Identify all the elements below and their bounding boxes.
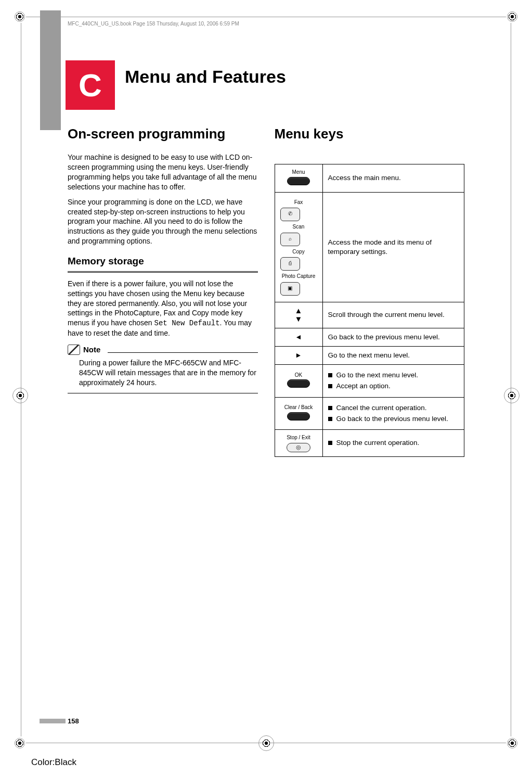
ok-button-icon (287, 379, 310, 388)
note-heading: Note (68, 345, 258, 355)
body-text: Since your programming is done on the LC… (68, 197, 258, 246)
ok-key-label: OK (280, 372, 317, 379)
note-label: Note (83, 345, 100, 355)
crop-mark-icon (504, 388, 520, 403)
up-down-arrow-icon: ▲▼ (280, 307, 317, 324)
color-separation-label: Color:Black (31, 757, 76, 768)
crop-line (21, 23, 21, 736)
key-cell: Menu (275, 164, 322, 193)
fax-mode-icon: ✆ (280, 208, 300, 221)
appendix-letter: C (79, 67, 102, 104)
desc-list: Stop the current operation. (328, 438, 459, 448)
menu-keys-table: Menu Access the main menu. Fax ✆ Scan ⌕ … (275, 164, 465, 457)
list-item: Accept an option. (328, 381, 459, 391)
table-row: Menu Access the main menu. (275, 164, 464, 193)
left-arrow-icon: ◄ (275, 328, 322, 346)
key-cell: Fax ✆ Scan ⌕ Copy ⎙ Photo Capture ▣ (275, 192, 322, 302)
desc-list: Go to the next menu level. Accept an opt… (328, 371, 459, 391)
copy-mode-icon: ⎙ (280, 257, 300, 271)
key-cell: Stop / Exit ◎ (275, 430, 322, 457)
crop-mark-icon (507, 11, 517, 22)
section-heading: On-screen programming (68, 125, 258, 143)
photocapture-mode-icon: ▣ (280, 282, 300, 296)
mode-label: Photo Capture (280, 273, 317, 280)
table-row: OK Go to the next menu level. Accept an … (275, 365, 464, 397)
scan-mode-icon: ⌕ (280, 233, 300, 246)
desc-cell: Cancel the current operation. Go back to… (322, 397, 464, 429)
table-row: Stop / Exit ◎ Stop the current operation… (275, 430, 464, 457)
desc-cell: Go to the next menu level. Accept an opt… (322, 365, 464, 397)
table-row: Clear / Back Cancel the current operatio… (275, 397, 464, 429)
desc-cell: Go to the next menu level. (322, 347, 464, 365)
key-cell: OK (275, 365, 322, 397)
list-item: Cancel the current operation. (328, 403, 459, 413)
page-number: 158 (68, 717, 79, 725)
key-cell: Clear / Back (275, 397, 322, 429)
desc-cell: Access the mode and its menu of temporar… (322, 192, 464, 302)
crop-mark-icon (15, 11, 25, 22)
body-text: Your machine is designed to be easy to u… (68, 152, 258, 192)
section-tab (40, 10, 61, 130)
left-column: On-screen programming Your machine is de… (68, 125, 258, 457)
clearback-key-label: Clear / Back (280, 404, 317, 411)
list-item: Go back to the previous menu level. (328, 414, 459, 424)
print-header: MFC_440CN_UG_US.book Page 158 Thursday, … (68, 21, 239, 27)
subsection-heading: Memory storage (68, 254, 258, 268)
desc-cell: Scroll through the current menu level. (322, 302, 464, 328)
list-item: Stop the current operation. (328, 438, 459, 448)
crop-mark-icon (258, 735, 274, 751)
key-cell: ▲▼ (275, 302, 322, 328)
table-row: ► Go to the next menu level. (275, 347, 464, 365)
note-rule (108, 352, 257, 353)
crop-mark-icon (12, 388, 28, 403)
table-row: ▲▼ Scroll through the current menu level… (275, 302, 464, 328)
table-row: ◄ Go back to the previous menu level. (275, 328, 464, 346)
stopexit-button-icon: ◎ (287, 443, 310, 452)
body-text: Even if there is a power failure, you wi… (68, 279, 258, 338)
menu-key-label: Menu (280, 169, 317, 176)
menu-button-icon (287, 177, 310, 185)
right-column: Menu keys Menu Access the main menu. Fax… (275, 125, 465, 457)
appendix-badge: C (66, 60, 115, 110)
clearback-button-icon (287, 412, 310, 421)
desc-list: Cancel the current operation. Go back to… (328, 403, 459, 424)
desc-cell: Access the main menu. (322, 164, 464, 193)
stopexit-key-label: Stop / Exit (280, 434, 317, 441)
mode-label: Fax (280, 199, 317, 206)
table-row: Fax ✆ Scan ⌕ Copy ⎙ Photo Capture ▣ Acce… (275, 192, 464, 302)
mode-label: Copy (280, 248, 317, 256)
crop-line (511, 23, 511, 736)
list-item: Go to the next menu level. (328, 371, 459, 380)
mode-key-stack: Fax ✆ Scan ⌕ Copy ⎙ Photo Capture ▣ (280, 199, 317, 296)
section-heading: Menu keys (275, 125, 465, 143)
right-arrow-icon: ► (275, 347, 322, 365)
crop-mark-icon (507, 738, 517, 748)
crop-mark-icon (15, 738, 25, 748)
crop-line (26, 17, 506, 17)
mode-label: Scan (280, 223, 317, 231)
note-body: During a power failure the MFC-665CW and… (68, 355, 258, 393)
heading-rule (68, 271, 258, 273)
note-block: Note During a power failure the MFC-665C… (68, 345, 258, 393)
appendix-title: Menu and Features (125, 67, 286, 87)
desc-cell: Stop the current operation. (322, 430, 464, 457)
code-text: Set New Default (154, 319, 220, 327)
page-num-bar (40, 719, 66, 723)
desc-cell: Go back to the previous menu level. (322, 328, 464, 346)
